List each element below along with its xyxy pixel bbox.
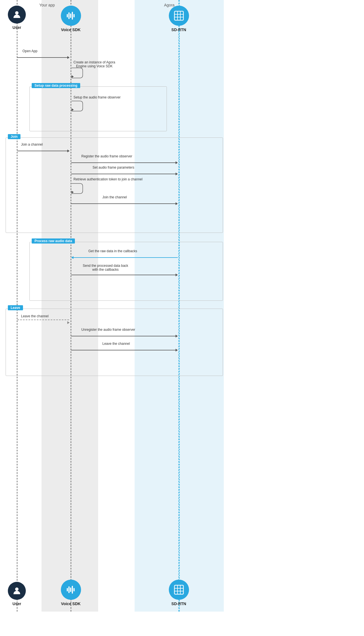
process-audio-badge: Process raw audio data [32, 238, 75, 244]
leave-channel-final-arrow [71, 347, 178, 353]
agora-avatar-top [169, 6, 189, 26]
send-processed-data-arrow [71, 272, 178, 278]
sdk-label-bottom: Voice SDK [57, 601, 84, 606]
get-raw-data-arrow [71, 255, 178, 260]
sequence-diagram: Your app Agora User Voice SDK [0, 0, 230, 612]
svg-rect-4 [72, 12, 73, 20]
unregister-observer-arrow [71, 333, 178, 339]
join-badge: Join [8, 134, 20, 139]
svg-rect-17 [70, 587, 71, 592]
set-audio-params-label: Set audio frame parameters [93, 166, 134, 169]
svg-point-14 [15, 587, 19, 591]
svg-marker-11 [72, 75, 74, 78]
svg-rect-20 [174, 585, 183, 594]
svg-marker-13 [72, 191, 74, 194]
set-audio-params-arrow [71, 171, 178, 177]
join-channel-label: Join a channel [21, 143, 43, 146]
svg-rect-6 [174, 11, 183, 20]
join-the-channel-arrow [71, 201, 178, 206]
svg-rect-5 [73, 14, 75, 17]
agora-bottom-entity: SD-RTN [165, 580, 192, 606]
retrieve-token-label: Retrieve authentication token to join a … [73, 177, 142, 181]
svg-rect-18 [72, 586, 73, 594]
your-app-header: Your app [39, 3, 55, 7]
svg-rect-15 [67, 588, 68, 591]
agora-label-top: SD-RTN [165, 27, 192, 32]
sdk-avatar-bottom [61, 580, 81, 600]
svg-rect-16 [68, 586, 70, 593]
svg-rect-3 [70, 13, 71, 18]
user-top-entity: User [6, 6, 28, 30]
setup-raw-data-badge: Setup raw data processing [32, 83, 80, 88]
svg-point-0 [15, 11, 19, 15]
unregister-observer-label: Unregister the audio frame observer [81, 328, 135, 332]
setup-audio-observer-loop [71, 100, 85, 113]
agora-label-bottom: SD-RTN [165, 601, 192, 606]
svg-rect-1 [67, 14, 68, 17]
leave-badge: Leave [8, 305, 23, 310]
agora-avatar-bottom [169, 580, 189, 600]
user-avatar-top [8, 6, 26, 24]
sdk-label-top: Voice SDK [57, 27, 84, 32]
svg-rect-19 [73, 588, 75, 591]
register-observer-label: Register the audio frame observer [81, 154, 132, 158]
create-instance-loop [71, 67, 85, 80]
user-avatar-bottom [8, 582, 26, 600]
get-raw-data-label: Get the raw data in the callbacks [88, 249, 137, 253]
leave-channel-user-label: Leave the channel [21, 314, 49, 318]
create-instance-label: Create an instance of Agora Engine using… [73, 60, 115, 68]
retrieve-token-loop [71, 183, 85, 195]
open-app-arrow [17, 55, 70, 60]
user-label-top: User [6, 25, 28, 30]
svg-marker-12 [72, 108, 74, 111]
send-processed-data-label: Send the processed data back with the ca… [83, 264, 128, 272]
agora-lifeline [178, 0, 180, 612]
setup-raw-data-section [29, 86, 167, 131]
join-channel-arrow [17, 148, 70, 154]
open-app-label: Open App [22, 49, 37, 53]
svg-rect-2 [68, 12, 70, 19]
user-bottom-entity: User [6, 582, 28, 606]
join-the-channel-label: Join the channel [102, 195, 127, 199]
leave-channel-final-label: Leave the channel [102, 342, 130, 346]
leave-channel-user-arrow [17, 320, 70, 325]
user-label-bottom: User [6, 601, 28, 606]
sdk-top-entity: Voice SDK [57, 6, 84, 32]
agora-top-entity: SD-RTN [165, 6, 192, 32]
setup-audio-observer-label: Setup the audio frame observer [73, 95, 121, 99]
sdk-avatar-top [61, 6, 81, 26]
register-observer-arrow [71, 160, 178, 166]
sdk-bottom-entity: Voice SDK [57, 580, 84, 606]
